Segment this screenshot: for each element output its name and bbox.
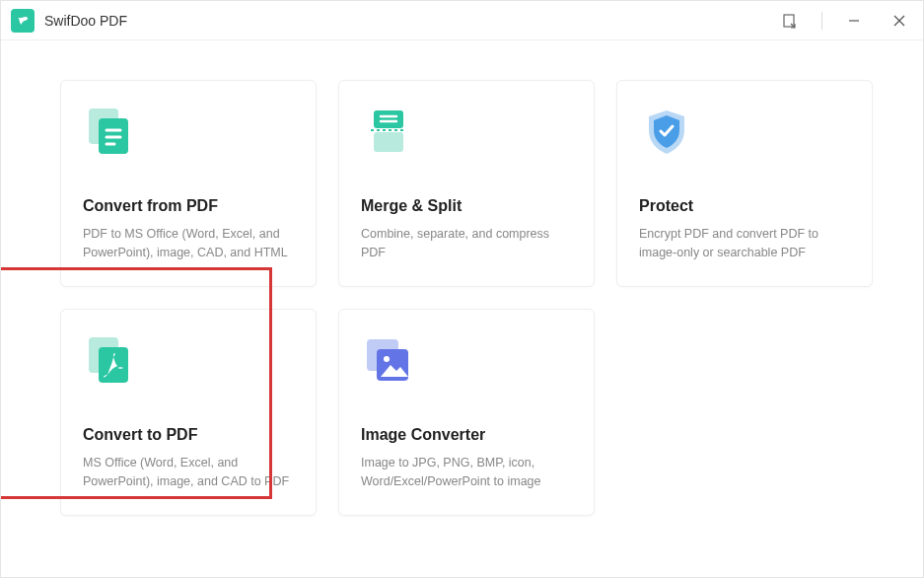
- card-desc: Combine, separate, and compress PDF: [361, 225, 572, 262]
- card-title: Convert to PDF: [83, 426, 294, 444]
- svg-rect-9: [374, 132, 403, 152]
- card-desc: Image to JPG, PNG, BMP, icon, Word/Excel…: [361, 454, 572, 491]
- svg-rect-10: [374, 110, 403, 128]
- divider: [821, 12, 822, 30]
- image-converter-icon: [361, 333, 416, 389]
- merge-split-icon: [361, 105, 416, 160]
- convert-to-pdf-icon: [83, 333, 138, 389]
- convert-from-pdf-icon: [83, 105, 138, 160]
- minimize-button[interactable]: [840, 7, 868, 35]
- card-desc: PDF to MS Office (Word, Excel, and Power…: [83, 225, 294, 262]
- protect-shield-icon: [639, 105, 694, 160]
- card-desc: MS Office (Word, Excel, and PowerPoint),…: [83, 454, 294, 491]
- window-controls: [776, 7, 913, 35]
- main-content: Convert from PDF PDF to MS Office (Word,…: [1, 40, 923, 545]
- card-grid: Convert from PDF PDF to MS Office (Word,…: [60, 80, 864, 516]
- card-title: Image Converter: [361, 426, 572, 444]
- card-convert-from-pdf[interactable]: Convert from PDF PDF to MS Office (Word,…: [60, 80, 317, 287]
- app-title: SwifDoo PDF: [44, 13, 776, 29]
- card-title: Merge & Split: [361, 197, 572, 215]
- card-image-converter[interactable]: Image Converter Image to JPG, PNG, BMP, …: [338, 309, 595, 516]
- card-convert-to-pdf[interactable]: Convert to PDF MS Office (Word, Excel, a…: [60, 309, 317, 516]
- app-logo-icon: [11, 9, 35, 33]
- card-protect[interactable]: Protect Encrypt PDF and convert PDF to i…: [616, 80, 873, 287]
- close-button[interactable]: [886, 7, 913, 35]
- card-merge-split[interactable]: Merge & Split Combine, separate, and com…: [338, 80, 595, 287]
- card-title: Convert from PDF: [83, 197, 294, 215]
- titlebar: SwifDoo PDF: [1, 1, 923, 40]
- card-title: Protect: [639, 197, 850, 215]
- open-file-icon[interactable]: [776, 7, 804, 35]
- card-desc: Encrypt PDF and convert PDF to image-onl…: [639, 225, 850, 262]
- svg-point-18: [384, 356, 390, 362]
